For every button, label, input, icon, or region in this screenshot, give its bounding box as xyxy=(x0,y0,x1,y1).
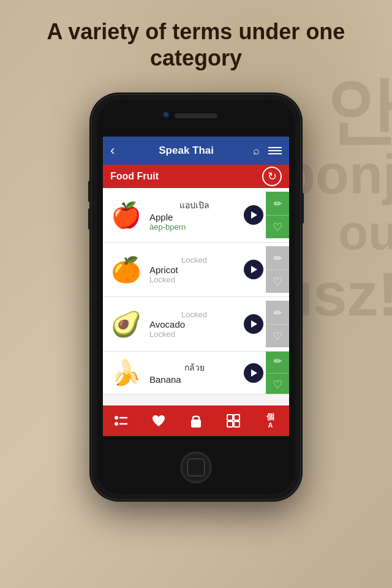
heart-icon xyxy=(273,221,282,234)
autoplay-icon: ↻ xyxy=(268,170,277,183)
vocab-image-apple: 🍎 xyxy=(108,197,145,233)
vocab-phonetic-avocado: Locked xyxy=(149,330,239,339)
phone-inner: ‹ Speak Thai ⌕ Food Fruit ↻ xyxy=(97,100,295,494)
vocab-thai-avocado: Locked xyxy=(149,310,239,319)
volume-down-button xyxy=(88,208,91,230)
vocab-phonetic-apricot: Locked xyxy=(149,275,239,284)
vocab-image-avocado: 🥑 xyxy=(108,306,145,342)
play-triangle-apricot xyxy=(251,266,257,273)
vocab-content-apple: แอปเปิล Apple àep-bpern xyxy=(145,198,244,232)
vocab-play-avocado[interactable] xyxy=(244,314,263,334)
vocab-play-apricot[interactable] xyxy=(244,260,263,279)
category-title: Food Fruit xyxy=(110,171,262,182)
vocab-edit-apple[interactable] xyxy=(266,192,289,215)
vocab-play-apple[interactable] xyxy=(244,205,263,225)
pencil-icon xyxy=(274,355,282,367)
vocab-content-avocado: Locked Avocado Locked xyxy=(145,310,244,339)
vocab-edit-apricot[interactable] xyxy=(266,246,289,270)
vocab-fav-avocado[interactable] xyxy=(266,324,289,347)
search-button[interactable]: ⌕ xyxy=(253,145,260,157)
tab-favorites[interactable] xyxy=(140,405,178,436)
vocab-actions-banana xyxy=(266,352,289,394)
bg-decor-1: 안 xyxy=(325,74,392,147)
volume-up-button xyxy=(88,181,91,202)
lock-tab-icon xyxy=(190,413,202,428)
svg-rect-7 xyxy=(227,421,233,427)
vocab-item-apricot: 🍊 Locked Apricot Locked xyxy=(103,243,289,297)
vocab-edit-avocado[interactable] xyxy=(266,301,289,324)
phone-screen: ‹ Speak Thai ⌕ Food Fruit ↻ xyxy=(103,137,289,436)
heart-icon xyxy=(273,330,282,343)
vocab-image-banana: 🍌 xyxy=(108,355,145,391)
heart-tab-icon xyxy=(151,414,166,428)
vocab-content-apricot: Locked Apricot Locked xyxy=(145,255,244,284)
svg-rect-8 xyxy=(234,421,239,427)
vocab-actions-apricot xyxy=(266,246,289,293)
heart-icon xyxy=(273,378,282,391)
tab-puzzle[interactable] xyxy=(214,405,252,436)
svg-rect-5 xyxy=(227,415,233,420)
svg-rect-4 xyxy=(191,420,201,428)
bottom-tab-bar: 個 A xyxy=(103,405,289,436)
vocab-english-avocado: Avocado xyxy=(149,319,239,330)
translate-tab-label: 個 xyxy=(266,413,274,421)
vocab-english-banana: Banana xyxy=(149,374,239,385)
vocab-thai-apricot: Locked xyxy=(149,255,239,265)
vocab-list: 🍎 แอปเปิล Apple àep-bpern xyxy=(103,188,289,405)
vocab-english-apricot: Apricot xyxy=(149,265,239,275)
pencil-icon xyxy=(274,198,282,209)
vocab-actions-avocado xyxy=(266,301,289,347)
phone-frame: ‹ Speak Thai ⌕ Food Fruit ↻ xyxy=(92,95,300,499)
tab-translate[interactable]: 個 A xyxy=(252,405,289,436)
vocab-edit-banana[interactable] xyxy=(266,352,289,373)
vocab-actions-apple xyxy=(266,192,289,238)
vocab-thai-apple: แอปเปิล xyxy=(149,198,239,212)
back-button[interactable]: ‹ xyxy=(110,143,115,159)
header-title: A variety of terms under one category xyxy=(47,19,345,70)
phone-speaker xyxy=(175,113,217,118)
home-button-inner xyxy=(187,458,205,477)
vocab-content-banana: กล้วย Banana xyxy=(145,361,244,385)
vocab-fav-apricot[interactable] xyxy=(266,270,289,293)
svg-rect-6 xyxy=(234,415,239,420)
play-triangle-avocado xyxy=(251,320,257,328)
power-button xyxy=(301,193,304,224)
vocab-fav-apple[interactable] xyxy=(266,215,289,238)
vocab-image-apricot: 🍊 xyxy=(108,251,145,288)
svg-point-0 xyxy=(115,416,118,420)
vocab-english-apple: Apple xyxy=(149,212,239,222)
vocab-phonetic-apple: àep-bpern xyxy=(149,222,239,232)
tab-lock[interactable] xyxy=(178,405,215,436)
pencil-icon xyxy=(274,307,282,318)
play-triangle-apple xyxy=(251,211,257,219)
nav-bar: ‹ Speak Thai ⌕ xyxy=(103,137,289,165)
home-button[interactable] xyxy=(180,451,212,483)
front-camera xyxy=(162,111,170,118)
puzzle-tab-icon xyxy=(226,413,241,428)
nav-title: Speak Thai xyxy=(119,145,253,157)
page-header: A variety of terms under one category xyxy=(0,18,392,71)
pencil-icon xyxy=(274,252,282,264)
svg-point-1 xyxy=(115,422,118,426)
tab-dots[interactable] xyxy=(103,405,140,436)
dots-icon xyxy=(114,415,129,426)
category-bar: Food Fruit ↻ xyxy=(103,165,289,188)
vocab-item-apple: 🍎 แอปเปิล Apple àep-bpern xyxy=(103,188,289,243)
play-triangle-banana xyxy=(251,369,257,377)
menu-button[interactable] xyxy=(268,147,282,154)
vocab-item-banana: 🍌 กล้วย Banana xyxy=(103,352,289,394)
bg-decor-3: ou xyxy=(338,208,392,257)
category-play-button[interactable]: ↻ xyxy=(262,167,282,186)
vocab-play-banana[interactable] xyxy=(244,363,263,383)
vocab-item-avocado: 🥑 Locked Avocado Locked xyxy=(103,297,289,352)
vocab-thai-banana: กล้วย xyxy=(149,361,239,374)
heart-icon xyxy=(273,275,282,288)
vocab-fav-banana[interactable] xyxy=(266,373,289,395)
translate-tab-sub: A xyxy=(268,421,273,429)
